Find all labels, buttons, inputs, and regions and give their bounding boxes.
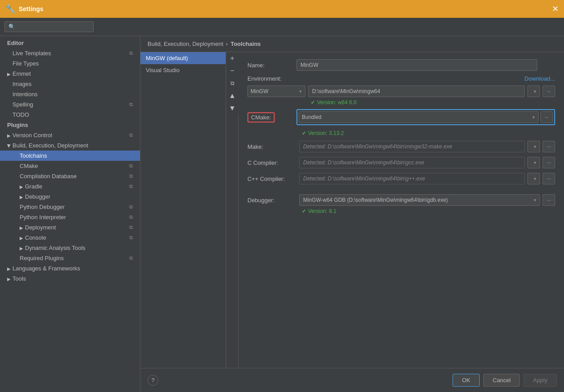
cpp-compiler-browse-button[interactable]: ··· bbox=[543, 173, 555, 184]
sidebar-item-required-plugins[interactable]: Required Plugins ⧉ bbox=[0, 253, 140, 263]
move-down-button[interactable]: ▼ bbox=[226, 102, 239, 114]
toolchains-left-panel: MinGW (default) Visual Studio + − ⧉ ▲ ▼ bbox=[140, 52, 239, 368]
debugger-browse-button[interactable]: ··· bbox=[543, 194, 555, 206]
sidebar-item-spelling[interactable]: Spelling ⧉ bbox=[0, 99, 140, 110]
sidebar-item-python-debugger[interactable]: Python Debugger ⧉ bbox=[0, 202, 140, 212]
sidebar-item-images[interactable]: Images bbox=[0, 79, 140, 89]
c-compiler-input[interactable] bbox=[299, 157, 525, 168]
env-path-select-wrapper bbox=[527, 86, 540, 97]
cmake-label-box: CMake: bbox=[247, 112, 275, 122]
app-icon: 🔧 bbox=[5, 4, 15, 14]
env-version-row: Version: w64 6.0 bbox=[308, 99, 555, 106]
sidebar-item-tools[interactable]: ▶Tools bbox=[0, 274, 140, 284]
environment-header: Environment: Download... bbox=[247, 75, 555, 82]
breadcrumb-parent: Build, Execution, Deployment bbox=[148, 41, 223, 47]
env-path-dropdown[interactable] bbox=[527, 86, 540, 97]
sidebar-item-version-control[interactable]: ▶Version Control ⧉ bbox=[0, 130, 140, 140]
add-toolchain-button[interactable]: + bbox=[226, 52, 239, 65]
sidebar-item-emmet[interactable]: ▶Emmet bbox=[0, 69, 140, 79]
make-dropdown[interactable] bbox=[527, 141, 540, 152]
copy-icon-console: ⧉ bbox=[129, 235, 133, 241]
make-browse-button[interactable]: ··· bbox=[543, 141, 555, 152]
toolchain-mingw[interactable]: MinGW (default) bbox=[140, 52, 226, 64]
cmake-browse-button[interactable]: ··· bbox=[540, 111, 553, 123]
cmake-version-row: Version: 3.13.2 bbox=[299, 130, 555, 136]
sidebar-item-python-interpreter[interactable]: Python Interpreter ⧉ bbox=[0, 212, 140, 222]
apply-button[interactable]: Apply bbox=[523, 374, 557, 387]
environment-row: MinGW ··· bbox=[247, 86, 555, 97]
c-compiler-row: C Compiler: ··· bbox=[247, 157, 555, 168]
copy-icon-deploy: ⧉ bbox=[129, 225, 133, 230]
sidebar-item-todo[interactable]: TODO bbox=[0, 110, 140, 120]
cmake-version: Version: 3.13.2 bbox=[302, 130, 344, 136]
cpp-compiler-label: C++ Compiler: bbox=[247, 176, 296, 182]
help-button[interactable]: ? bbox=[148, 375, 158, 386]
toolchains-toolbar: + − ⧉ ▲ ▼ bbox=[226, 52, 238, 368]
sidebar-item-compilation-db[interactable]: Compilation Database ⧉ bbox=[0, 171, 140, 181]
bottom-buttons: OK Cancel Apply bbox=[453, 374, 557, 387]
make-row: Make: ··· bbox=[247, 141, 555, 152]
close-button[interactable]: ✕ bbox=[552, 5, 559, 13]
search-bar bbox=[0, 18, 564, 36]
cmake-select[interactable]: Bundled bbox=[299, 111, 539, 123]
search-input[interactable] bbox=[4, 21, 94, 32]
sidebar-item-live-templates[interactable]: Live Templates ⧉ bbox=[0, 48, 140, 58]
debugger-select[interactable]: MinGW-w64 GDB (D:\software\MinGw\mingw64… bbox=[299, 194, 540, 206]
env-path-input[interactable] bbox=[308, 86, 525, 97]
copy-icon-spelling: ⧉ bbox=[129, 102, 133, 107]
bottom-bar: ? OK Cancel Apply bbox=[140, 368, 564, 392]
copy-toolchain-button[interactable]: ⧉ bbox=[226, 77, 239, 90]
sidebar-item-toolchains[interactable]: Toolchains bbox=[0, 151, 140, 161]
debugger-select-wrapper: MinGW-w64 GDB (D:\software\MinGw\mingw64… bbox=[299, 194, 540, 206]
make-label: Make: bbox=[247, 143, 296, 150]
sidebar-item-editor: Editor bbox=[0, 38, 140, 48]
toolchains-list: MinGW (default) Visual Studio bbox=[140, 52, 226, 368]
c-compiler-dropdown[interactable] bbox=[527, 157, 540, 168]
cmake-row: CMake: Bundled ··· bbox=[247, 109, 555, 125]
make-input[interactable] bbox=[299, 141, 525, 152]
name-input[interactable] bbox=[296, 59, 537, 71]
c-compiler-label: C Compiler: bbox=[247, 159, 296, 166]
sidebar-item-intentions[interactable]: Intentions bbox=[0, 89, 140, 99]
sidebar-item-file-types[interactable]: File Types bbox=[0, 58, 140, 69]
copy-icon-pydbg: ⧉ bbox=[129, 204, 133, 210]
cpp-compiler-dropdown[interactable] bbox=[527, 173, 540, 184]
cmake-field-box: Bundled ··· bbox=[296, 109, 555, 125]
sidebar-item-deployment[interactable]: ▶Deployment ⧉ bbox=[0, 222, 140, 233]
environment-label: Environment: bbox=[247, 75, 282, 82]
ok-button[interactable]: OK bbox=[453, 374, 480, 387]
debugger-version-row: Version: 8.1 bbox=[299, 208, 555, 214]
name-label: Name: bbox=[247, 62, 296, 69]
breadcrumb: Build, Execution, Deployment › Toolchain… bbox=[140, 36, 564, 52]
env-select[interactable]: MinGW bbox=[247, 86, 305, 97]
env-browse-button[interactable]: ··· bbox=[543, 86, 555, 97]
debugger-version: Version: 8.1 bbox=[302, 208, 336, 214]
env-select-wrapper: MinGW bbox=[247, 86, 305, 97]
right-panel: Build, Execution, Deployment › Toolchain… bbox=[140, 36, 564, 392]
download-link[interactable]: Download... bbox=[524, 75, 555, 82]
breadcrumb-separator: › bbox=[226, 41, 228, 47]
sidebar-item-gradle[interactable]: ▶Gradle ⧉ bbox=[0, 181, 140, 192]
remove-toolchain-button[interactable]: − bbox=[226, 65, 239, 77]
debugger-row: Debugger: MinGW-w64 GDB (D:\software\Min… bbox=[247, 194, 555, 206]
cpp-compiler-input[interactable] bbox=[299, 173, 525, 184]
sidebar-item-dynamic-analysis[interactable]: ▶Dynamic Analysis Tools bbox=[0, 243, 140, 253]
c-compiler-browse-button[interactable]: ··· bbox=[543, 157, 555, 168]
sidebar-item-debugger[interactable]: ▶Debugger bbox=[0, 192, 140, 202]
sidebar-item-build-exec[interactable]: ▶Build, Execution, Deployment bbox=[0, 140, 140, 151]
cmake-select-wrapper: Bundled bbox=[299, 111, 539, 123]
name-row: Name: bbox=[247, 59, 555, 71]
sidebar-item-console[interactable]: ▶Console ⧉ bbox=[0, 233, 140, 243]
copy-icon-reqplugins: ⧉ bbox=[129, 255, 133, 261]
cancel-button[interactable]: Cancel bbox=[483, 374, 520, 387]
sidebar-item-plugins: Plugins bbox=[0, 120, 140, 130]
toolchain-visual-studio[interactable]: Visual Studio bbox=[140, 64, 226, 76]
move-up-button[interactable]: ▲ bbox=[226, 90, 239, 102]
copy-icon-pyint: ⧉ bbox=[129, 214, 133, 220]
cpp-compiler-row: C++ Compiler: ··· bbox=[247, 173, 555, 184]
copy-icon-cmake: ⧉ bbox=[129, 163, 133, 169]
sidebar-item-cmake[interactable]: CMake ⧉ bbox=[0, 161, 140, 171]
sidebar-item-languages[interactable]: ▶Languages & Frameworks bbox=[0, 263, 140, 274]
window-title: Settings bbox=[19, 5, 43, 12]
copy-icon-gradle: ⧉ bbox=[129, 184, 133, 189]
